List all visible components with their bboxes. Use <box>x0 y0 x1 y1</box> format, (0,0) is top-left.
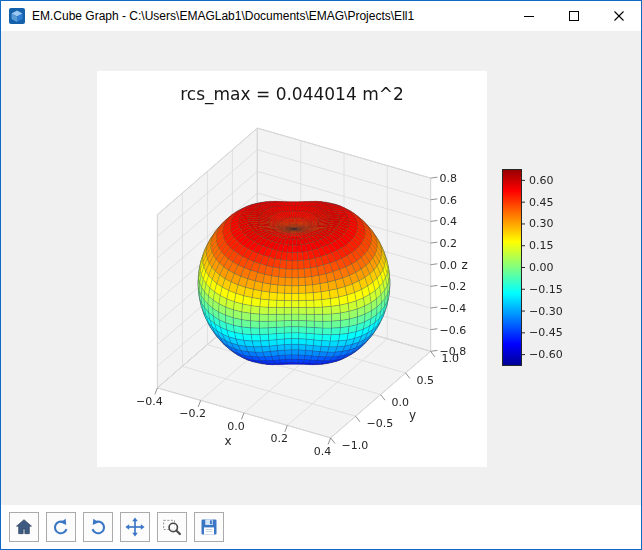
close-icon <box>614 11 624 21</box>
titlebar[interactable]: EM.Cube Graph - C:\Users\EMAGLab1\Docume… <box>1 1 641 31</box>
save-button[interactable] <box>194 512 224 542</box>
pan-arrows-icon <box>125 517 145 537</box>
minimize-button[interactable] <box>506 1 551 31</box>
pan-button[interactable] <box>120 512 150 542</box>
plot3d-canvas[interactable] <box>97 71 487 467</box>
colorbar-canvas <box>499 157 591 387</box>
figure-area: rcs_max = 0.044014 m^2 <box>97 71 487 467</box>
back-button[interactable] <box>46 512 76 542</box>
save-icon <box>199 517 219 537</box>
close-button[interactable] <box>596 1 641 31</box>
plot-toolbar <box>1 505 641 549</box>
zoom-button[interactable] <box>157 512 187 542</box>
minimize-icon <box>524 11 534 21</box>
window-title: EM.Cube Graph - C:\Users\EMAGLab1\Docume… <box>32 9 414 23</box>
home-icon <box>14 517 34 537</box>
forward-button[interactable] <box>83 512 113 542</box>
window-controls <box>506 1 641 31</box>
maximize-button[interactable] <box>551 1 596 31</box>
emcube-logo-icon <box>9 8 25 24</box>
forward-arrow-icon <box>88 517 108 537</box>
maximize-icon <box>569 11 579 21</box>
client-area: rcs_max = 0.044014 m^2 <box>1 31 641 505</box>
app-window: EM.Cube Graph - C:\Users\EMAGLab1\Docume… <box>0 0 642 550</box>
zoom-rect-icon <box>162 517 182 537</box>
home-button[interactable] <box>9 512 39 542</box>
plot-title: rcs_max = 0.044014 m^2 <box>97 84 487 104</box>
app-icon <box>9 8 25 24</box>
back-arrow-icon <box>51 517 71 537</box>
